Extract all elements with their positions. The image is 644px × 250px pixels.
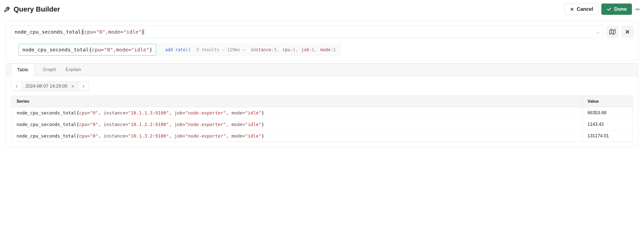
subquery-box: node_cpu_seconds_total{cpu="0",mode="idl… (18, 44, 341, 56)
done-label: Done (614, 6, 627, 12)
results-section: TableGraphExplain 2024-08-07 14:29:00 Se… (6, 63, 638, 147)
subquery-chip[interactable]: node_cpu_seconds_total{cpu="0",mode="idl… (19, 44, 156, 55)
subquery-meta: add rate() 3 results – 129ms – instance:… (165, 47, 336, 52)
clear-query-button[interactable] (621, 26, 634, 38)
date-clear-button[interactable] (71, 84, 75, 88)
cancel-button[interactable]: Cancel (564, 4, 599, 15)
series-cell: node_cpu_seconds_total{cpu="0", instance… (12, 119, 582, 130)
tab-graph[interactable]: Graph (42, 63, 57, 76)
code-toggle-icon[interactable]: <> (635, 7, 639, 12)
results-body: 2024-08-07 14:29:00 Series Value node_cp… (6, 76, 638, 147)
value-cell: 66353.68 (582, 107, 632, 119)
value-cell: 1143.42 (582, 119, 632, 130)
map-button[interactable] (606, 26, 619, 38)
label-count: cpu:1, (282, 47, 298, 52)
subquery-row: node_cpu_seconds_total{cpu="0",mode="idl… (10, 44, 634, 56)
query-section: node_cpu_seconds_total{cpu="0",mode="idl… (6, 21, 638, 60)
query-expression: node_cpu_seconds_total{cpu="0",mode="idl… (15, 29, 145, 35)
label-counts: instance:3,cpu:1,job:1,mode:1 (251, 47, 336, 52)
check-icon (607, 7, 612, 12)
tools-icon (4, 6, 11, 13)
table-row: node_cpu_seconds_total{cpu="0", instance… (12, 107, 632, 119)
date-value: 2024-08-07 14:29:00 (25, 84, 67, 89)
date-prev-button[interactable] (12, 82, 22, 91)
tab-explain[interactable]: Explain (65, 63, 82, 76)
close-icon (570, 7, 574, 12)
date-next-button[interactable] (79, 82, 89, 91)
header: Query Builder Cancel Done <> (0, 0, 644, 18)
header-left: Query Builder (4, 5, 60, 13)
cancel-label: Cancel (577, 6, 593, 12)
query-input[interactable]: node_cpu_seconds_total{cpu="0",mode="idl… (10, 26, 604, 38)
enter-icon: ↵ (597, 29, 599, 35)
svg-marker-0 (610, 29, 615, 34)
results-summary: 3 results – 129ms – (196, 47, 245, 52)
tabs: TableGraphExplain (6, 63, 638, 76)
col-value: Value (582, 96, 632, 107)
label-count: job:1, (301, 47, 317, 52)
label-count: instance:3, (251, 47, 279, 52)
col-series: Series (12, 96, 582, 107)
tab-table[interactable]: Table (11, 63, 34, 76)
add-rate-link[interactable]: add rate() (165, 47, 191, 52)
query-row: node_cpu_seconds_total{cpu="0",mode="idl… (10, 26, 634, 38)
header-actions: Cancel Done <> (564, 4, 639, 15)
page-title: Query Builder (14, 5, 60, 13)
series-cell: node_cpu_seconds_total{cpu="0", instance… (12, 130, 582, 142)
done-button[interactable]: Done (601, 4, 632, 15)
table-row: node_cpu_seconds_total{cpu="0", instance… (12, 130, 632, 142)
series-cell: node_cpu_seconds_total{cpu="0", instance… (12, 107, 582, 119)
date-field[interactable]: 2024-08-07 14:29:00 (22, 82, 79, 91)
value-cell: 131174.01 (582, 130, 632, 142)
label-count: mode:1 (320, 47, 336, 52)
table-row: node_cpu_seconds_total{cpu="0", instance… (12, 119, 632, 130)
results-table: Series Value node_cpu_seconds_total{cpu=… (11, 96, 633, 142)
date-nav: 2024-08-07 14:29:00 (11, 81, 89, 91)
